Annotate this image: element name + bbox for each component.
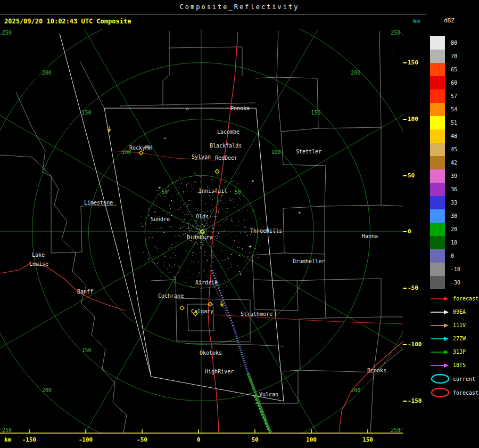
noise-pixel xyxy=(303,128,303,129)
clutter-pixel xyxy=(204,269,204,270)
ring-distance-label: 250 xyxy=(2,427,12,433)
clutter-pixel xyxy=(250,213,251,213)
place-label: Ponoka xyxy=(230,105,250,111)
clutter-pixel xyxy=(210,198,210,199)
clutter-pixel xyxy=(164,196,166,197)
noise-pixel xyxy=(37,385,37,385)
clutter-pixel xyxy=(224,196,224,196)
ring-distance-label: 250 xyxy=(2,30,12,36)
clutter-pixel xyxy=(207,225,208,226)
bottom-axis-tick-label: 100 xyxy=(300,436,323,443)
clutter-pixel xyxy=(183,182,183,182)
clutter-pixel xyxy=(213,207,213,207)
county-boundary xyxy=(255,31,278,104)
clutter-pixel xyxy=(185,233,186,234)
clutter-pixel xyxy=(183,204,184,205)
ring-distance-label: 200 xyxy=(351,70,360,76)
clutter-pixel xyxy=(180,237,181,237)
point-marker-icon: + xyxy=(239,271,242,276)
clutter-pixel xyxy=(203,242,204,242)
clutter-pixel xyxy=(149,209,150,209)
clutter-pixel xyxy=(180,207,181,208)
clutter-pixel xyxy=(227,285,227,286)
clutter-pixel xyxy=(178,266,179,267)
clutter-pixel xyxy=(237,184,238,184)
clutter-pixel xyxy=(246,271,247,272)
clutter-pixel xyxy=(193,226,194,227)
colorbar-level: 20 xyxy=(430,223,460,236)
county-boundary xyxy=(254,370,300,403)
clutter-pixel xyxy=(211,181,212,182)
clutter-pixel xyxy=(236,230,236,230)
clutter-pixel xyxy=(194,188,194,189)
clutter-pixel xyxy=(217,216,217,217)
clutter-pixel xyxy=(238,281,238,281)
clutter-pixel xyxy=(173,217,174,217)
clutter-pixel xyxy=(179,272,180,272)
clutter-pixel xyxy=(170,248,170,249)
place-label: Louise xyxy=(29,261,48,267)
place-label: Stettler xyxy=(296,149,321,154)
legend-track-label: 31JP xyxy=(453,349,466,355)
radar-app-window: Composite_Reflectivity 2025/09/20 10:02:… xyxy=(0,0,479,448)
clutter-pixel xyxy=(193,242,193,243)
ring-distance-label: 150 xyxy=(82,347,92,353)
clutter-pixel xyxy=(175,236,175,237)
clutter-pixel xyxy=(211,247,212,247)
clutter-pixel xyxy=(208,251,208,252)
clutter-pixel xyxy=(190,256,191,256)
clutter-pixel xyxy=(148,208,149,209)
clutter-pixel xyxy=(160,196,161,196)
clutter-pixel xyxy=(165,256,166,257)
clutter-pixel xyxy=(212,199,212,200)
clutter-pixel xyxy=(205,203,206,203)
noise-pixel xyxy=(398,107,399,108)
clutter-pixel xyxy=(202,232,202,232)
clutter-pixel xyxy=(233,252,233,253)
clutter-pixel xyxy=(211,180,212,180)
clutter-pixel xyxy=(221,200,221,201)
clutter-pixel xyxy=(178,248,178,248)
colorbar-swatch xyxy=(430,76,445,89)
clutter-pixel xyxy=(171,215,172,216)
clutter-pixel xyxy=(187,242,188,242)
clutter-pixel xyxy=(224,284,225,284)
clutter-pixel xyxy=(216,247,216,247)
radar-map[interactable]: 5010015020025050100150200250150200250200… xyxy=(0,29,403,434)
point-marker-icon: ^ xyxy=(163,137,167,142)
legend-track-label: forecast xyxy=(453,296,478,302)
noise-pixel xyxy=(107,349,108,349)
bottom-axis-tick-label: -50 xyxy=(130,436,154,443)
noise-pixel xyxy=(102,364,102,365)
clutter-pixel xyxy=(189,211,190,212)
clutter-pixel xyxy=(242,248,243,249)
clutter-pixel xyxy=(185,283,186,283)
clutter-pixel xyxy=(195,173,196,174)
clutter-pixel xyxy=(191,176,192,176)
clutter-pixel xyxy=(218,226,219,226)
clutter-pixel xyxy=(210,246,211,247)
clutter-pixel xyxy=(195,227,196,227)
right-axis-tick-label: 50 xyxy=(408,172,426,179)
legend-track-row: forecast xyxy=(430,292,478,305)
place-label: Blackfalds xyxy=(210,143,242,149)
clutter-pixel xyxy=(221,260,222,260)
clutter-pixel xyxy=(232,201,232,201)
clutter-pixel xyxy=(215,256,216,257)
clutter-pixel xyxy=(208,246,208,246)
clutter-pixel xyxy=(200,248,201,248)
county-boundary xyxy=(80,61,104,108)
colorbar-level: 45 xyxy=(430,143,460,156)
colorbar-level: 65 xyxy=(430,63,460,76)
colorbar-value: -30 xyxy=(451,280,460,286)
place-label: Brooks xyxy=(367,368,386,373)
clutter-pixel xyxy=(258,242,258,242)
clutter-pixel xyxy=(197,243,197,243)
clutter-pixel xyxy=(152,262,153,263)
clutter-pixel xyxy=(200,225,201,225)
clutter-pixel xyxy=(237,204,238,205)
arrow-marker-icon xyxy=(220,301,224,306)
clutter-pixel xyxy=(247,210,247,211)
place-label: Lake xyxy=(32,252,45,258)
clutter-pixel xyxy=(238,222,239,222)
